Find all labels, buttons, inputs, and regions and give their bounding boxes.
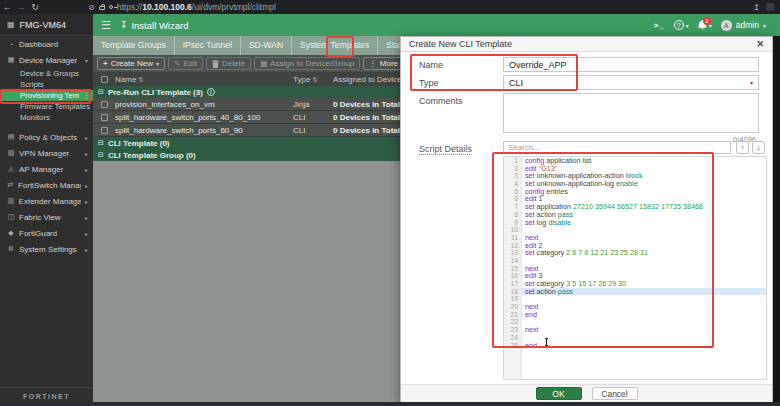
trash-icon	[212, 60, 219, 68]
select-all-checkbox[interactable]	[101, 76, 108, 83]
sidebar-item-provisioning-templates[interactable]: Provisioning Templates⋮	[0, 90, 93, 101]
device-selector[interactable]: ▦ FMG-VM64	[0, 14, 93, 36]
code-line: 20next	[504, 303, 766, 311]
group-label: Pre-Run CLI Template (3)	[108, 88, 203, 97]
dialog-title: Create New CLI Template	[409, 39, 512, 49]
avatar: A	[721, 20, 732, 31]
delete-button[interactable]: Delete	[206, 57, 251, 70]
sidebar-item-monitors[interactable]: Monitors	[0, 112, 93, 123]
code-line: 25end	[504, 342, 766, 350]
menu-icon[interactable]: ☰	[101, 19, 111, 32]
fortiguard-icon: ◆	[7, 229, 15, 237]
key-icon	[109, 5, 113, 9]
edit-icon: ✎	[174, 59, 180, 68]
code-line: 19	[504, 295, 766, 303]
type-select[interactable]: CLI ▾	[503, 75, 759, 90]
collapse-icon[interactable]: ⊟	[98, 151, 104, 159]
window-bottom-edge	[0, 402, 780, 406]
cancel-button[interactable]: Cancel	[592, 387, 638, 400]
screen: ← → ↻ ⊘ https://10.100.100.6/ui/dvm/prvt…	[0, 0, 780, 406]
sidebar-item-ap-manager[interactable]: ◬AP Manager▸	[0, 161, 93, 177]
item-menu-icon[interactable]: ⋮	[83, 92, 93, 100]
script-details-label[interactable]: Script Details	[419, 144, 472, 155]
notifications-menu[interactable]: 2 ▾	[698, 20, 712, 30]
app-header-bar: ☰ ↧ Install Wizard >_ ? ▾ 2 ▾ A admin ▾	[93, 14, 780, 36]
collapse-icon[interactable]: ⊟	[98, 88, 104, 96]
download-icon: ↧	[120, 20, 128, 30]
user-menu[interactable]: A admin ▾	[721, 20, 766, 31]
column-header-type[interactable]: Type⇅	[293, 75, 333, 84]
name-input[interactable]	[503, 57, 759, 72]
type-label: Type	[419, 78, 439, 88]
sidebar-item-system-settings[interactable]: ⚙System Settings▸	[0, 241, 93, 257]
collapse-icon[interactable]: ⊟	[98, 139, 104, 147]
browser-forward-icon[interactable]: →	[14, 2, 28, 12]
group-label: CLI Template (0)	[108, 139, 170, 148]
sidebar-item-label: Firmware Templates	[20, 102, 90, 111]
line-number: 1	[504, 157, 521, 165]
edit-button[interactable]: ✎Edit	[168, 57, 203, 70]
dialog-header: Create New CLI Template ✕	[401, 37, 772, 52]
ok-button[interactable]: OK	[536, 387, 582, 400]
sidebar-item-device-groups[interactable]: Device & Groups	[0, 68, 93, 79]
script-search-input[interactable]	[503, 141, 731, 154]
help-menu[interactable]: ? ▾	[674, 20, 689, 30]
device-manager-icon: ▦	[7, 56, 15, 64]
sidebar-item-device-manager[interactable]: ▦Device Manager▾	[0, 52, 93, 68]
template-type: CLI	[293, 113, 333, 122]
sidebar-item-firmware-templates[interactable]: Firmware Templates	[0, 101, 93, 112]
script-editor[interactable]: 1config application list2edit "G13"3set …	[503, 156, 767, 380]
device-name: FMG-VM64	[20, 20, 67, 30]
chevron-right-icon: ▸	[85, 230, 93, 237]
row-checkbox[interactable]	[101, 114, 108, 121]
column-header-name[interactable]: Name⇅	[115, 75, 293, 84]
sidebar-item-label: Device & Groups	[20, 69, 79, 78]
dashboard-icon: ◔	[7, 41, 15, 48]
sidebar-item-dashboard[interactable]: ◔Dashboard	[0, 36, 93, 52]
browser-share-icon[interactable]: ↥	[753, 3, 760, 12]
line-number: 11	[504, 234, 521, 242]
fortinet-logo: FORTINET	[0, 387, 93, 400]
create-new-button[interactable]: +Create New▾	[97, 57, 165, 70]
sidebar-item-fortiswitch-manager[interactable]: ⇄FortiSwitch Manager▸	[0, 177, 93, 193]
vpn-manager-icon: ▧	[7, 149, 15, 157]
sidebar-item-scripts[interactable]: Scripts	[0, 79, 93, 90]
sidebar-item-policy-objects[interactable]: ▤Policy & Objects▸	[0, 129, 93, 145]
browser-reload-icon[interactable]: ↻	[28, 2, 42, 12]
sidebar-item-label: Device Manager	[19, 56, 77, 65]
row-checkbox[interactable]	[101, 127, 108, 134]
ap-manager-icon: ◬	[7, 165, 15, 173]
chevron-right-icon: ▸	[85, 246, 93, 253]
tab-ipsec-tunnel[interactable]: IPsec Tunnel	[175, 36, 241, 55]
browser-url-bar[interactable]: ⊘ https://10.100.100.6/ui/dvm/prvtmpl/cl…	[88, 2, 276, 12]
sidebar-item-fortiguard[interactable]: ◆FortiGuard▸	[0, 225, 93, 241]
browser-extension-icon[interactable]	[766, 3, 774, 11]
search-prev-button[interactable]: ↑	[736, 141, 749, 154]
tab-template-groups[interactable]: Template Groups	[93, 36, 175, 55]
assign-icon: ▦	[260, 59, 267, 68]
line-number: 21	[504, 311, 521, 319]
sidebar-item-label: Scripts	[20, 80, 44, 89]
tab-system-templates[interactable]: System Templates	[292, 36, 378, 55]
chevron-right-icon: ▸	[85, 198, 93, 205]
template-name: provision_interfaces_on_vm	[115, 100, 293, 109]
line-number: 2	[504, 165, 521, 173]
install-wizard-button[interactable]: ↧ Install Wizard	[120, 20, 189, 31]
search-next-button[interactable]: ↓	[752, 141, 765, 154]
browser-back-icon[interactable]: ←	[0, 2, 14, 12]
tab-sd-wan[interactable]: SD-WAN	[241, 36, 292, 55]
assign-button[interactable]: ▦Assign to Device/Group	[254, 57, 360, 70]
sort-icon: ⇅	[138, 76, 143, 83]
chevron-right-icon: ▸	[85, 150, 93, 157]
sidebar-item-fabric-view[interactable]: ◫Fabric View▸	[0, 209, 93, 225]
row-checkbox[interactable]	[101, 101, 108, 108]
arrow-down-icon: ↓	[757, 144, 761, 151]
sidebar-item-extender-manager[interactable]: ▥Extender Manager▸	[0, 193, 93, 209]
close-icon[interactable]: ✕	[756, 39, 764, 49]
line-number: 7	[504, 203, 521, 211]
comments-textarea[interactable]	[503, 93, 759, 133]
sidebar-item-vpn-manager[interactable]: ▧VPN Manager▸	[0, 145, 93, 161]
line-number: 9	[504, 219, 521, 227]
cli-console-icon[interactable]: >_	[654, 21, 665, 30]
line-number: 25	[504, 342, 521, 350]
